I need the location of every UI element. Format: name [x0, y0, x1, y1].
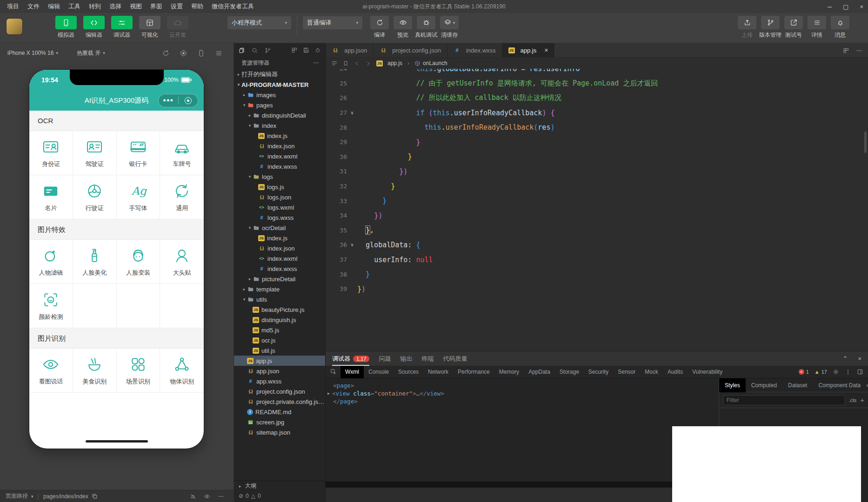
app-grid-item-手写体[interactable]: Ag手写体 — [117, 175, 160, 219]
debugger-tab-终端[interactable]: 终端 — [421, 351, 434, 366]
toolbar-button-clear-cache[interactable]: ▾清缓存 — [440, 16, 459, 39]
simulator-menu-icon[interactable] — [215, 49, 223, 57]
app-grid-item-美食识别[interactable]: 美食识别 — [73, 349, 117, 393]
tree-item-sitemap.json[interactable]: {..}sitemap.json — [234, 427, 325, 437]
tree-item-AI-PROGRAM-MASTER[interactable]: ▾AI-PROGRAM-MASTER — [234, 79, 325, 90]
app-grid-item-看图说话[interactable]: 看图说话 — [29, 349, 73, 393]
tree-item-app.json[interactable]: {..}app.json — [234, 366, 325, 376]
toolbar-button-debugger[interactable]: 调试器 — [111, 16, 133, 39]
menu-item-工具[interactable]: 工具 — [64, 0, 85, 13]
menu-item-编辑[interactable]: 编辑 — [44, 0, 64, 13]
code-editor[interactable]: 24 this.globalData.userInfo = res.userIn… — [326, 69, 868, 351]
app-grid-item-通用[interactable]: 通用 — [160, 175, 204, 219]
styles-tab-Component Data[interactable]: Component Data — [813, 378, 866, 392]
collapse-all-icon[interactable] — [314, 47, 321, 53]
devtools-tab-AppData[interactable]: AppData — [524, 366, 555, 378]
debugger-tab-问题[interactable]: 问题 — [379, 351, 391, 366]
app-grid-item-颜龄检测[interactable]: 颜龄检测 — [29, 284, 73, 328]
app-grid-item-车牌号[interactable]: 车牌号 — [160, 131, 204, 175]
git-branch-icon[interactable] — [264, 47, 271, 54]
nav-forward-icon[interactable] — [365, 60, 371, 66]
menu-item-设置[interactable]: 设置 — [167, 0, 187, 13]
tree-item-distinguishDetail[interactable]: ▸distinguishDetail — [234, 110, 325, 120]
tree-item-index.js[interactable]: JSindex.js — [234, 131, 325, 141]
devtools-tab-Sensor[interactable]: Sensor — [613, 366, 640, 378]
tree-item-index[interactable]: ▾index — [234, 120, 325, 131]
overflow-tabs-icon[interactable]: » — [866, 382, 868, 389]
tree-item-md5.js[interactable]: JSmd5.js — [234, 325, 325, 335]
more-actions-icon[interactable]: ⋯ — [313, 59, 319, 66]
menu-item-帮助[interactable]: 帮助 — [187, 0, 207, 13]
editor-tab-index.wxss[interactable]: #index.wxss — [447, 43, 502, 57]
styles-tab-Dataset[interactable]: Dataset — [782, 378, 813, 392]
dock-side-icon[interactable] — [857, 369, 863, 375]
kebab-menu-icon[interactable] — [845, 369, 851, 375]
app-grid-item-大头贴[interactable]: 大头贴 — [160, 240, 204, 284]
app-grid-item-驾驶证[interactable]: 驾驶证 — [73, 131, 117, 175]
close-button[interactable]: × — [860, 3, 863, 10]
capsule-more-icon[interactable]: ●●● — [159, 97, 178, 103]
tree-item-utils[interactable]: ▾utils — [234, 294, 325, 304]
toolbar-button-compile[interactable]: 编译 — [370, 16, 389, 39]
split-editor-icon[interactable] — [291, 47, 298, 53]
editor-tab-app.js[interactable]: JSapp.js× — [502, 43, 555, 57]
toolbar-button-test-account[interactable]: 测试号 — [784, 16, 803, 39]
tree-item-index.json[interactable]: {..}index.json — [234, 243, 325, 253]
tree-item-打开的编辑器[interactable]: ▸打开的编辑器 — [234, 69, 325, 79]
tree-item-index.wxml[interactable]: <>index.wxml — [234, 151, 325, 161]
console-error-count[interactable]: ×1 — [799, 369, 809, 375]
cls-toggle[interactable]: .cls — [849, 397, 857, 403]
split-editor-icon[interactable] — [843, 47, 849, 54]
devtools-tab-Mock[interactable]: Mock — [640, 366, 663, 378]
tree-item-util.js[interactable]: JSutil.js — [234, 345, 325, 356]
menu-item-文件[interactable]: 文件 — [23, 0, 44, 13]
debugger-tab-调试器[interactable]: 调试器1,17 — [332, 351, 369, 366]
app-grid-item-场景识别[interactable]: 场景识别 — [117, 349, 160, 393]
collapse-panel-icon[interactable]: ⌃ — [843, 355, 848, 362]
breadcrumb-file[interactable]: JSapp.js — [376, 60, 402, 66]
outline-section[interactable]: ▸ 大纲 — [234, 481, 325, 491]
visibility-icon[interactable] — [204, 493, 210, 500]
devtools-tab-Performance[interactable]: Performance — [453, 366, 494, 378]
tree-item-logs.wxss[interactable]: #logs.wxss — [234, 212, 325, 223]
menu-item-视图[interactable]: 视图 — [126, 0, 146, 13]
styles-tab-Computed[interactable]: Computed — [746, 378, 782, 392]
styles-filter-input[interactable] — [723, 395, 845, 405]
app-grid-item-银行卡[interactable]: 银行卡 — [117, 131, 160, 175]
mode-select[interactable]: 小程序模式 ▾ — [227, 16, 291, 29]
devtools-tab-Memory[interactable]: Memory — [494, 366, 524, 378]
tree-item-app.js[interactable]: JSapp.js — [234, 356, 325, 366]
maximize-button[interactable]: ▢ — [843, 3, 848, 10]
breadcrumb-symbol[interactable]: onLaunch — [414, 60, 447, 66]
tree-item-index.json[interactable]: {..}index.json — [234, 141, 325, 151]
devtools-tab-Security[interactable]: Security — [584, 366, 613, 378]
screen-record-icon[interactable] — [180, 49, 187, 57]
menu-item-项目[interactable]: 项目 — [3, 0, 23, 13]
styles-tab-Styles[interactable]: Styles — [719, 378, 746, 392]
nav-back-icon[interactable] — [354, 60, 360, 66]
toolbar-button-simulator[interactable]: 模拟器 — [55, 16, 77, 39]
outline-list-icon[interactable] — [331, 60, 338, 66]
project-avatar[interactable] — [7, 19, 22, 34]
tree-item-pictureDetail[interactable]: ▸pictureDetail — [234, 274, 325, 284]
editor-scrollbar[interactable] — [864, 132, 867, 153]
bookmark-icon[interactable] — [343, 60, 349, 66]
tree-item-beautyPicture.js[interactable]: JSbeautyPicture.js — [234, 304, 325, 315]
tree-item-index.wxml[interactable]: <>index.wxml — [234, 253, 325, 264]
tree-item-app.wxss[interactable]: #app.wxss — [234, 376, 325, 386]
files-icon[interactable] — [238, 47, 245, 54]
toolbar-button-visualize[interactable]: 可视化 — [139, 16, 161, 39]
devtools-tab-Wxml[interactable]: Wxml — [341, 366, 364, 378]
tree-item-ocrDetail[interactable]: ▾ocrDetail — [234, 223, 325, 233]
tree-item-template[interactable]: ▸template — [234, 284, 325, 294]
device-frame-icon[interactable] — [197, 49, 205, 57]
close-tab-icon[interactable]: × — [544, 46, 548, 54]
more-options-icon[interactable] — [218, 493, 224, 500]
wxml-node-2[interactable]: </page> — [326, 397, 719, 405]
devtools-settings-icon[interactable] — [833, 369, 839, 375]
devtools-tab-Vulnerability[interactable]: Vulnerability — [688, 366, 727, 378]
fold-expanded-icon[interactable]: ∨ — [347, 242, 357, 247]
menu-item-微信开发者工具[interactable]: 微信开发者工具 — [207, 0, 258, 13]
app-grid-item-人脸美化[interactable]: 人脸美化 — [73, 240, 117, 284]
tree-item-pages[interactable]: ▾pages — [234, 100, 325, 110]
